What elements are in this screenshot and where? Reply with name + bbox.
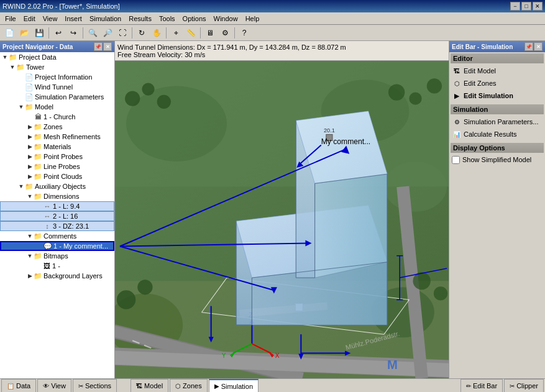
settings-button[interactable]: ⚙ [218,26,232,40]
expand-icon[interactable]: ▼ [26,191,34,201]
tree-container[interactable]: ▼ 📁 Project Data ▼ 📁 Tower 📄 Project Inf… [0,52,114,378]
tree-node-mesh[interactable]: ▶ 📁 Mesh Refinements [0,132,114,142]
redo-button[interactable]: ↪ [66,26,80,40]
menu-options[interactable]: Options [179,14,210,24]
tree-node-bitmaps[interactable]: ▼ 📁 Bitmaps [0,251,114,261]
tree-node-materials[interactable]: ▶ 📁 Materials [0,142,114,152]
tab-model[interactable]: 🏗 Model [131,379,168,393]
undo-button[interactable]: ↩ [52,26,65,40]
measure-button[interactable]: 📏 [184,26,198,40]
tree-node-line-probes[interactable]: ▶ 📁 Line Probes [0,162,114,171]
menu-tools[interactable]: Tools [155,14,179,24]
new-button[interactable]: 📄 [2,26,16,40]
viewport-velocity: Free Stream Velocity: 30 m/s [117,51,446,58]
expand-icon[interactable]: ▼ [26,251,34,261]
simplified-model-checkbox-row[interactable]: Show Simplified Model [451,154,544,165]
tree-label: 1 - Church [44,113,75,121]
expand-icon[interactable]: ▼ [17,102,25,112]
expand-icon[interactable]: ▶ [26,122,34,132]
edit-zones-item[interactable]: ⬡ Edit Zones [451,77,544,89]
expand-icon[interactable]: ▼ [1,52,9,62]
tab-zones[interactable]: ⬡ Zones [170,379,208,393]
tab-sections[interactable]: ✂ Sections [73,379,117,393]
svg-text:X: X [275,352,280,359]
tree-label: 1 - L: 9.4 [53,203,80,210]
tree-label: Tower [26,63,44,71]
help-button[interactable]: ? [237,26,251,40]
tree-node-point-probes[interactable]: ▶ 📁 Point Probes [0,152,114,162]
sim-params-item[interactable]: ⚙ Simulation Parameters... [451,116,544,128]
tree-node-wind-tunnel[interactable]: 📄 Wind Tunnel [0,82,114,92]
menu-results[interactable]: Results [125,14,155,24]
menu-view[interactable]: View [39,14,62,24]
open-button[interactable]: 📂 [17,26,31,40]
edit-simulation-item[interactable]: ▶ Edit Simulation [451,89,544,102]
zoom-in-button[interactable]: 🔍 [86,26,99,40]
menu-edit[interactable]: Edit [20,14,39,24]
sim-icon: ▶ [452,91,462,101]
tab-simulation[interactable]: ▶ Simulation [209,379,259,393]
tree-label: Mesh Refinements [44,133,101,140]
expand-icon[interactable]: ▼ [26,231,34,241]
expand-icon [35,201,43,211]
tree-node-project-info[interactable]: 📄 Project Information [0,72,114,82]
viewport-3d[interactable]: Mühlz.Poderadstr. M [115,61,449,378]
tree-node-dim1[interactable]: ↔ 1 - L: 9.4 [0,201,114,211]
tab-view[interactable]: 👁 View [37,379,71,393]
expand-icon[interactable]: ▼ [9,62,16,72]
menu-simulation[interactable]: Simulation [86,14,125,24]
tree-node-sim-params[interactable]: 📄 Simulation Parameters [0,92,114,102]
tree-node-comment1[interactable]: 💬 1 - My comment... [0,241,114,251]
expand-icon[interactable]: ▶ [26,132,34,142]
calc-results-item[interactable]: 📊 Calculate Results [451,128,544,140]
tree-label: 2 - L: 16 [53,212,78,220]
close-button[interactable]: ✕ [533,2,543,11]
panel-close-button[interactable]: ✕ [103,42,112,51]
tab-clipper[interactable]: ✂ Clipper [504,379,544,393]
tree-node-point-clouds[interactable]: ▶ 📁 Point Clouds [0,171,114,181]
tree-label: Materials [44,143,71,150]
tree-node-auxiliary[interactable]: ▼ 📁 Auxiliary Objects [0,181,114,191]
edit-model-item[interactable]: 🏗 Edit Model [451,65,544,77]
panel-pin-button[interactable]: 📌 [94,42,103,51]
minimize-button[interactable]: − [510,2,520,11]
tree-node-model[interactable]: ▼ 📁 Model [0,102,114,112]
tab-edit-bar[interactable]: ✏ Edit Bar [460,379,503,393]
expand-icon[interactable]: ▶ [26,162,34,171]
select-button[interactable]: ⌖ [169,26,183,40]
zoom-fit-button[interactable]: ⛶ [116,26,129,40]
center-tabs: 🏗 Model ⬡ Zones ▶ Simulation [129,379,259,393]
restore-button[interactable]: □ [521,2,531,11]
rotate-button[interactable]: ↻ [135,26,149,40]
panel-close-button[interactable]: ✕ [534,42,543,51]
tree-node-bg-layers[interactable]: ▶ 📁 Background Layers [0,271,114,281]
tree-node-bitmap1[interactable]: 🖼 1 - [0,261,114,271]
menu-insert[interactable]: Insert [61,14,86,24]
tree-node-dim3[interactable]: ↕ 3 - DZ: 23.1 [0,221,114,231]
tree-node-comments[interactable]: ▼ 📁 Comments [0,231,114,241]
tab-data[interactable]: 📋 Data [1,379,36,393]
panel-pin-button[interactable]: 📌 [524,42,533,51]
tree-node-zones[interactable]: ▶ 📁 Zones [0,122,114,132]
expand-icon[interactable]: ▶ [26,271,34,281]
tree-node-tower[interactable]: ▼ 📁 Tower [0,62,114,72]
expand-icon[interactable]: ▶ [26,171,34,181]
tree-node-dim2[interactable]: ↔ 2 - L: 16 [0,211,114,221]
tree-node-project-data[interactable]: ▼ 📁 Project Data [0,52,114,62]
save-button[interactable]: 💾 [32,26,46,40]
zoom-out-button[interactable]: 🔎 [101,26,114,40]
menu-file[interactable]: File [1,14,20,24]
tree-node-dimensions[interactable]: ▼ 📁 Dimensions [0,191,114,201]
simplified-model-checkbox[interactable] [452,156,460,164]
titlebar-title: RWIND 2.02 Pro - [Tower*, Simulation] [2,2,120,10]
expand-icon[interactable]: ▼ [17,181,25,191]
calc-results-label: Calculate Results [464,130,517,138]
pan-button[interactable]: ✋ [150,26,163,40]
tree-node-church[interactable]: 🏛 1 - Church [0,112,114,122]
render-button[interactable]: 🖥 [203,26,217,40]
dim-icon: ↔ [43,212,52,221]
expand-icon[interactable]: ▶ [26,142,34,152]
expand-icon[interactable]: ▶ [26,152,34,162]
menu-window[interactable]: Window [210,14,242,24]
menu-help[interactable]: Help [242,14,263,24]
